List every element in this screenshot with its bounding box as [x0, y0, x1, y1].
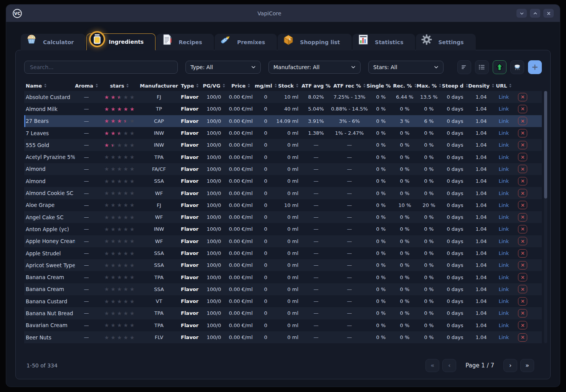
column-header-aroma[interactable]: Aroma [75, 83, 98, 89]
star-icon[interactable]: ★ [117, 142, 122, 148]
star-icon[interactable]: ★ [123, 214, 128, 220]
star-icon[interactable]: ★ [104, 322, 109, 328]
column-header-price[interactable]: Price [225, 83, 256, 89]
table-row[interactable]: Banana Custard—★★★★★VTFlavor100/00.00 €/… [24, 295, 542, 307]
star-icon[interactable]: ★ [104, 334, 109, 341]
url-link[interactable]: Link [499, 202, 509, 208]
tab-premixes[interactable]: Premixes [215, 34, 277, 50]
table-row[interactable]: 27 Bears—★★★★★CAPFlavor100/00.00 €/ml014… [24, 115, 542, 127]
star-icon[interactable]: ★ [104, 202, 109, 208]
star-icon[interactable]: ★ [117, 166, 122, 172]
star-icon[interactable]: ★ [104, 274, 109, 280]
star-icon[interactable]: ★ [111, 262, 116, 268]
star-icon[interactable]: ★ [130, 286, 135, 292]
star-icon[interactable]: ★ [123, 238, 128, 244]
url-link[interactable]: Link [499, 238, 509, 244]
column-header-single[interactable]: Single % [369, 83, 393, 89]
tab-statistics[interactable]: Statistics [353, 34, 415, 50]
star-icon[interactable]: ★ [123, 94, 128, 100]
tab-shopping-list[interactable]: Shopping list [278, 34, 352, 50]
star-icon[interactable]: ★ [111, 226, 116, 232]
table-row[interactable]: Banana Nut Bread—★★★★★TPAFlavor100/00.00… [24, 307, 542, 319]
star-icon[interactable]: ★ [104, 130, 109, 136]
column-header-max[interactable]: Max. % [417, 83, 441, 89]
stars-filter-select[interactable]: Stars: All [368, 61, 444, 74]
star-icon[interactable]: ★ [117, 310, 122, 316]
url-link[interactable]: Link [499, 323, 509, 328]
url-link[interactable]: Link [499, 166, 509, 172]
last-page-button[interactable]: » [520, 359, 534, 372]
table-row[interactable]: Almond Milk—★★★★★TPFlavor100/00.00 €/ml0… [24, 103, 542, 115]
delete-button[interactable] [518, 141, 527, 149]
url-link[interactable]: Link [499, 214, 509, 220]
table-row[interactable]: Almond—★★★★★FA/CFFlavor100/00.00 €/ml00 … [24, 163, 542, 175]
star-icon[interactable]: ★ [130, 190, 135, 196]
scrollbar-thumb[interactable] [544, 91, 547, 198]
star-icon[interactable]: ★ [123, 322, 128, 328]
table-row[interactable]: 555 Gold—★★★★★INWFlavor100/00.00 €/ml00 … [24, 139, 542, 151]
minimize-button[interactable] [516, 9, 527, 18]
table-row[interactable]: Aloe Grape—★★★★★FJFlavor100/00.00 €/ml01… [24, 199, 542, 211]
delete-button[interactable] [518, 249, 527, 258]
add-ingredient-button[interactable] [528, 60, 542, 74]
url-link[interactable]: Link [499, 226, 509, 232]
star-icon[interactable]: ★ [123, 178, 128, 184]
url-link[interactable]: Link [499, 118, 509, 124]
delete-button[interactable] [518, 237, 527, 245]
star-icon[interactable]: ★ [117, 262, 122, 268]
delete-button[interactable] [518, 153, 527, 161]
star-icon[interactable]: ★ [104, 250, 109, 256]
star-icon[interactable]: ★ [111, 130, 116, 136]
first-page-button[interactable]: « [425, 359, 439, 372]
star-icon[interactable]: ★ [111, 106, 116, 112]
url-link[interactable]: Link [499, 106, 509, 112]
table-row[interactable]: Absolute Custard—★★★★★FJFlavor100/00.00 … [24, 91, 542, 103]
delete-button[interactable] [518, 321, 527, 329]
table-row[interactable]: Apple Honey Cream—★★★★★WFFlavor100/00.00… [24, 235, 542, 247]
star-icon[interactable]: ★ [104, 154, 109, 160]
star-icon[interactable]: ★ [130, 202, 135, 208]
url-link[interactable]: Link [499, 130, 509, 136]
url-link[interactable]: Link [499, 310, 509, 316]
maximize-button[interactable] [530, 9, 540, 18]
star-icon[interactable]: ★ [111, 322, 116, 328]
star-icon[interactable]: ★ [104, 238, 109, 244]
star-icon[interactable]: ★ [130, 154, 135, 160]
star-icon[interactable]: ★ [104, 214, 109, 220]
star-icon[interactable]: ★ [104, 142, 109, 148]
star-icon[interactable]: ★ [111, 202, 116, 208]
star-icon[interactable]: ★ [111, 310, 116, 316]
delete-button[interactable] [518, 177, 527, 185]
delete-button[interactable] [518, 117, 527, 125]
table-row[interactable]: 7 Leaves—★★★★★INWFlavor100/00.00 €/ml00 … [24, 127, 542, 139]
delete-button[interactable] [518, 309, 527, 318]
delete-button[interactable] [518, 225, 527, 233]
star-icon[interactable]: ★ [130, 310, 135, 316]
star-icon[interactable]: ★ [117, 226, 122, 232]
column-header-name[interactable]: Name [24, 83, 75, 89]
star-icon[interactable]: ★ [104, 118, 109, 124]
star-icon[interactable]: ★ [117, 274, 122, 280]
star-icon[interactable]: ★ [104, 298, 109, 304]
star-icon[interactable]: ★ [130, 274, 135, 280]
url-link[interactable]: Link [499, 275, 509, 280]
star-icon[interactable]: ★ [123, 166, 128, 172]
column-header-mgml[interactable]: mg/ml [256, 83, 275, 89]
star-icon[interactable]: ★ [130, 250, 135, 256]
star-icon[interactable]: ★ [104, 94, 109, 100]
star-icon[interactable]: ★ [111, 94, 116, 100]
star-icon[interactable]: ★ [123, 298, 128, 304]
url-link[interactable]: Link [499, 94, 509, 100]
delete-button[interactable] [518, 129, 527, 137]
star-icon[interactable]: ★ [117, 130, 122, 136]
star-icon[interactable]: ★ [104, 310, 109, 316]
star-icon[interactable]: ★ [130, 106, 135, 112]
star-icon[interactable]: ★ [123, 226, 128, 232]
star-icon[interactable]: ★ [130, 226, 135, 232]
url-link[interactable]: Link [499, 334, 509, 340]
star-icon[interactable]: ★ [117, 190, 122, 196]
url-link[interactable]: Link [499, 286, 509, 292]
column-header-url[interactable]: URL [493, 83, 514, 89]
star-icon[interactable]: ★ [130, 130, 135, 136]
search-input[interactable] [24, 61, 178, 74]
